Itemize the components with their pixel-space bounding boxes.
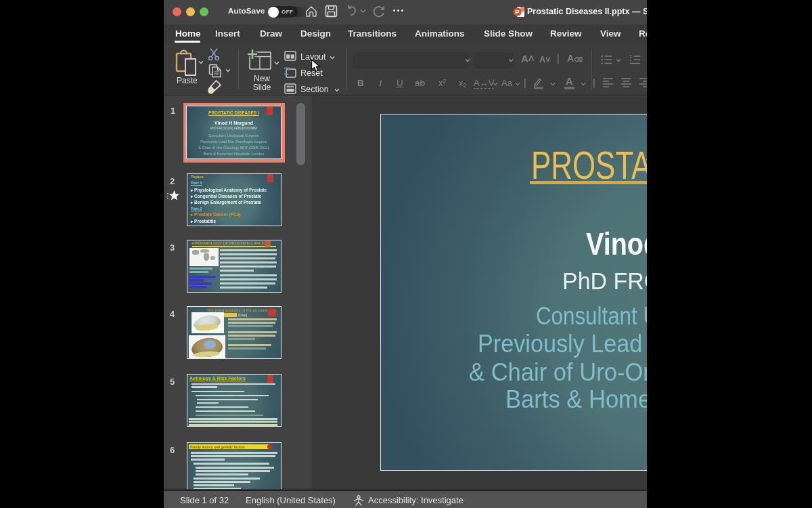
svg-text:P: P: [515, 8, 520, 16]
